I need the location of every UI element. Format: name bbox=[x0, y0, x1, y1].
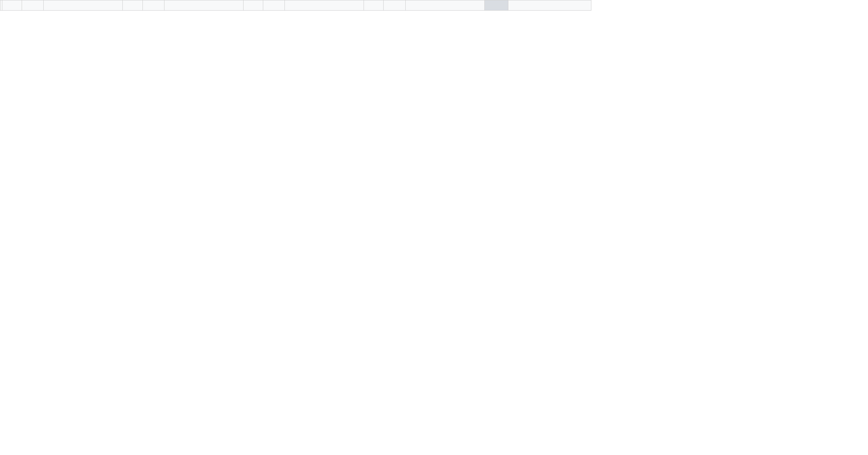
col-L[interactable] bbox=[405, 0, 484, 11]
col-B[interactable] bbox=[22, 0, 44, 11]
column-header-row[interactable] bbox=[0, 0, 591, 11]
col-F[interactable] bbox=[164, 0, 243, 11]
col-G[interactable] bbox=[243, 0, 263, 11]
col-A[interactable] bbox=[2, 0, 22, 11]
col-K[interactable] bbox=[384, 0, 405, 11]
col-I[interactable] bbox=[285, 0, 364, 11]
col-N[interactable] bbox=[508, 0, 591, 11]
col-E[interactable] bbox=[142, 0, 164, 11]
col-D[interactable] bbox=[123, 0, 142, 11]
col-C[interactable] bbox=[44, 0, 123, 11]
col-M[interactable] bbox=[484, 0, 508, 11]
col-J[interactable] bbox=[364, 0, 384, 11]
col-H[interactable] bbox=[263, 0, 285, 11]
spreadsheet[interactable] bbox=[0, 0, 591, 11]
